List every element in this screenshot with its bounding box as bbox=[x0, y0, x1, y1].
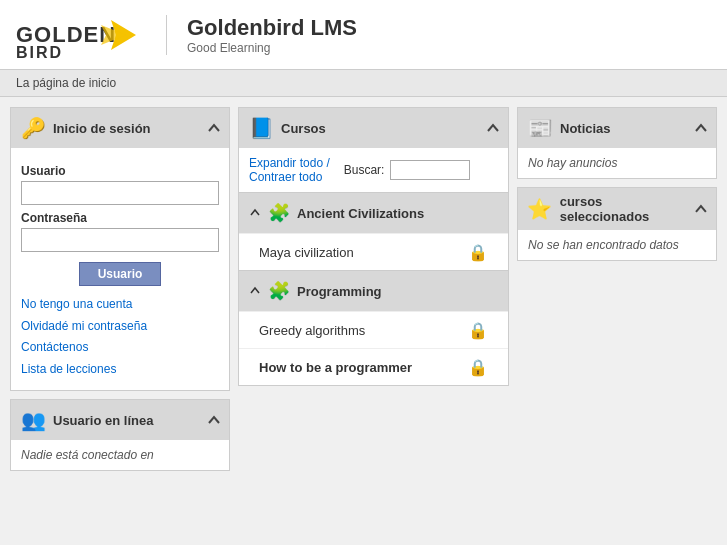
course-programmer-icon: 🔒 bbox=[468, 357, 488, 377]
courses-panel-body: Expandir todo / Contraer todo Buscar: 🧩 … bbox=[239, 148, 508, 385]
forgot-password-link[interactable]: Olvidadé mi contraseña bbox=[21, 316, 219, 338]
course-greedy-icon: 🔒 bbox=[468, 320, 488, 340]
ancient-civilizations-icon: 🧩 bbox=[267, 201, 291, 225]
selected-courses-panel: ⭐ cursos seleccionados No se han encontr… bbox=[517, 187, 717, 261]
courses-search-input[interactable] bbox=[390, 160, 470, 180]
login-panel-header-left: 🔑 Inicio de sesión bbox=[19, 114, 151, 142]
no-data-text: No se han encontrado datos bbox=[528, 238, 679, 252]
course-greedy[interactable]: Greedy algorithms 🔒 bbox=[239, 311, 508, 348]
collapse-all-link[interactable]: Contraer todo bbox=[249, 170, 330, 184]
middle-column: 📘 Cursos Expandir todo / Contraer todo B… bbox=[238, 107, 509, 545]
no-news-text: No hay anuncios bbox=[528, 156, 617, 170]
selected-courses-header-left: ⭐ cursos seleccionados bbox=[526, 194, 694, 224]
login-panel-body: Usuario Contraseña Usuario No tengo una … bbox=[11, 148, 229, 390]
online-users-text: Nadie está conectado en bbox=[21, 448, 154, 462]
courses-toolbar: Expandir todo / Contraer todo Buscar: bbox=[239, 148, 508, 192]
login-links: No tengo una cuenta Olvidadé mi contrase… bbox=[21, 294, 219, 380]
courses-collapse-icon[interactable] bbox=[486, 121, 500, 135]
category-chevron-icon bbox=[249, 207, 261, 219]
courses-expand-collapse: Expandir todo / Contraer todo bbox=[249, 156, 330, 184]
news-panel: 📰 Noticias No hay anuncios bbox=[517, 107, 717, 179]
star-icon: ⭐ bbox=[526, 195, 554, 223]
category-programming-header[interactable]: 🧩 Programming bbox=[239, 271, 508, 311]
online-panel-body: Nadie está conectado en bbox=[11, 440, 229, 470]
header-title: Goldenbird LMS bbox=[187, 15, 357, 41]
header-subtitle: Good Elearning bbox=[187, 41, 357, 55]
programming-category-chevron-icon bbox=[249, 285, 261, 297]
programming-title: Programming bbox=[297, 284, 382, 299]
book-icon: 📘 bbox=[247, 114, 275, 142]
users-icon: 👥 bbox=[19, 406, 47, 434]
news-icon: 📰 bbox=[526, 114, 554, 142]
online-panel-title: Usuario en línea bbox=[53, 413, 153, 428]
courses-panel-header: 📘 Cursos bbox=[239, 108, 508, 148]
lessons-list-link[interactable]: Lista de lecciones bbox=[21, 359, 219, 381]
main-content: 🔑 Inicio de sesión Usuario Contraseña Us… bbox=[0, 97, 727, 545]
course-maya-name: Maya civilization bbox=[259, 245, 354, 260]
password-input[interactable] bbox=[21, 228, 219, 252]
username-label: Usuario bbox=[21, 164, 219, 178]
news-panel-header: 📰 Noticias bbox=[518, 108, 716, 148]
online-panel-header: 👥 Usuario en línea bbox=[11, 400, 229, 440]
online-collapse-icon[interactable] bbox=[207, 413, 221, 427]
selected-courses-panel-body: No se han encontrado datos bbox=[518, 230, 716, 260]
news-panel-body: No hay anuncios bbox=[518, 148, 716, 178]
course-programmer[interactable]: How to be a programmer 🔒 bbox=[239, 348, 508, 385]
course-greedy-name: Greedy algorithms bbox=[259, 323, 365, 338]
password-label: Contraseña bbox=[21, 211, 219, 225]
header: GOLDEN BIRD Goldenbird LMS Good Elearnin… bbox=[0, 0, 727, 70]
course-maya-icon: 🔒 bbox=[468, 242, 488, 262]
selected-courses-collapse-icon[interactable] bbox=[694, 202, 708, 216]
breadcrumb: La página de inicio bbox=[0, 70, 727, 97]
courses-panel: 📘 Cursos Expandir todo / Contraer todo B… bbox=[238, 107, 509, 386]
programming-icon: 🧩 bbox=[267, 279, 291, 303]
login-panel: 🔑 Inicio de sesión Usuario Contraseña Us… bbox=[10, 107, 230, 391]
category-ancient-civilizations: 🧩 Ancient Civilizations Maya civilizatio… bbox=[239, 192, 508, 270]
course-maya[interactable]: Maya civilization 🔒 bbox=[239, 233, 508, 270]
left-column: 🔑 Inicio de sesión Usuario Contraseña Us… bbox=[10, 107, 230, 545]
category-ancient-civilizations-header[interactable]: 🧩 Ancient Civilizations bbox=[239, 193, 508, 233]
username-input[interactable] bbox=[21, 181, 219, 205]
category-programming: 🧩 Programming Greedy algorithms 🔒 How to… bbox=[239, 270, 508, 385]
selected-courses-title: cursos seleccionados bbox=[560, 194, 694, 224]
breadcrumb-text: La página de inicio bbox=[16, 76, 116, 90]
contact-link-login[interactable]: Contáctenos bbox=[21, 337, 219, 359]
selected-courses-panel-header: ⭐ cursos seleccionados bbox=[518, 188, 716, 230]
online-users-panel: 👥 Usuario en línea Nadie está conectado … bbox=[10, 399, 230, 471]
ancient-civilizations-title: Ancient Civilizations bbox=[297, 206, 424, 221]
online-panel-header-left: 👥 Usuario en línea bbox=[19, 406, 153, 434]
logo-area: GOLDEN BIRD bbox=[16, 10, 146, 60]
courses-panel-title: Cursos bbox=[281, 121, 326, 136]
news-panel-header-left: 📰 Noticias bbox=[526, 114, 611, 142]
right-column: 📰 Noticias No hay anuncios ⭐ cursos sele… bbox=[517, 107, 717, 545]
login-panel-title: Inicio de sesión bbox=[53, 121, 151, 136]
login-panel-header: 🔑 Inicio de sesión bbox=[11, 108, 229, 148]
search-label: Buscar: bbox=[344, 163, 385, 177]
goldenbird-logo: GOLDEN BIRD bbox=[16, 10, 146, 60]
news-collapse-icon[interactable] bbox=[694, 121, 708, 135]
news-panel-title: Noticias bbox=[560, 121, 611, 136]
course-programmer-name: How to be a programmer bbox=[259, 360, 412, 375]
login-collapse-icon[interactable] bbox=[207, 121, 221, 135]
courses-panel-header-left: 📘 Cursos bbox=[247, 114, 326, 142]
header-title-area: Goldenbird LMS Good Elearning bbox=[166, 15, 357, 55]
register-link[interactable]: No tengo una cuenta bbox=[21, 294, 219, 316]
key-icon: 🔑 bbox=[19, 114, 47, 142]
expand-all-link[interactable]: Expandir todo / bbox=[249, 156, 330, 170]
login-button[interactable]: Usuario bbox=[79, 262, 162, 286]
svg-text:BIRD: BIRD bbox=[16, 44, 63, 60]
